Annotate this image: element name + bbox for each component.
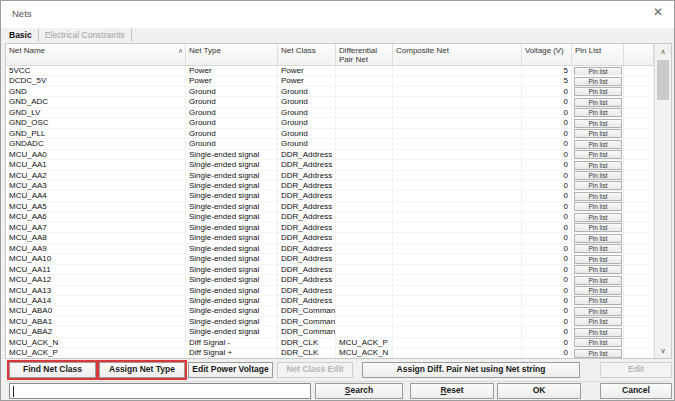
window-title: Nets	[12, 8, 32, 19]
cell-diff-pair-net: MCU_ACK_P	[336, 338, 393, 347]
cell-net-class: DDR_Address	[278, 265, 336, 274]
edit-power-voltage-button[interactable]: Edit Power Voltage	[188, 362, 273, 378]
cell-pin-list: Pin list	[572, 254, 624, 263]
table-row[interactable]: MCU_AA4Single-ended signalDDR_Address0Pi…	[6, 191, 654, 201]
assign-diff-pair-net-button[interactable]: Assign Diff. Pair Net using Net string	[362, 362, 580, 378]
cell-pin-list: Pin list	[572, 233, 624, 242]
pin-list-button[interactable]: Pin list	[574, 192, 622, 201]
pin-list-button[interactable]: Pin list	[574, 296, 622, 305]
column-header-net-name[interactable]: Net Name ∧	[6, 44, 186, 65]
pin-list-button[interactable]: Pin list	[574, 119, 622, 128]
cell-voltage: 0	[522, 171, 572, 180]
pin-list-button[interactable]: Pin list	[574, 171, 622, 180]
pin-list-button[interactable]: Pin list	[574, 223, 622, 232]
cell-spacer	[624, 212, 654, 221]
table-row[interactable]: GND_OSCGroundGround0Pin list	[6, 118, 654, 128]
vertical-scrollbar[interactable]: ∧ ∨	[654, 44, 671, 358]
table-row[interactable]: MCU_AA0Single-ended signalDDR_Address0Pi…	[6, 150, 654, 160]
reset-button[interactable]: Reset	[410, 383, 494, 399]
cell-net-class: DDR_CLK	[278, 348, 336, 357]
pin-list-button[interactable]: Pin list	[574, 265, 622, 274]
table-row[interactable]: GND_PLLGroundGround0Pin list	[6, 129, 654, 139]
cell-net-class: Ground	[278, 139, 336, 148]
pin-list-button[interactable]: Pin list	[574, 98, 622, 107]
pin-list-button[interactable]: Pin list	[574, 87, 622, 96]
column-header-voltage[interactable]: Voltage (V)	[522, 44, 572, 65]
table-row[interactable]: MCU_ABA2Single-ended signalDDR_Command0P…	[6, 327, 654, 337]
table-row[interactable]: MCU_ABA0Single-ended signalDDR_Command0P…	[6, 306, 654, 316]
column-header-net-class[interactable]: Net Class	[278, 44, 336, 65]
column-header-diff-pair-net[interactable]: Differential Pair Net	[336, 44, 393, 65]
cell-composite-net	[393, 286, 522, 295]
pin-list-button[interactable]: Pin list	[574, 307, 622, 316]
table-row[interactable]: MCU_AA9Single-ended signalDDR_Address0Pi…	[6, 244, 654, 254]
scrollbar-thumb[interactable]	[657, 60, 669, 100]
tab-basic[interactable]: Basic	[9, 29, 39, 42]
table-row[interactable]: MCU_AA3Single-ended signalDDR_Address0Pi…	[6, 181, 654, 191]
find-net-class-button[interactable]: Find Net Class	[9, 362, 96, 378]
cell-composite-net	[393, 129, 522, 138]
table-row[interactable]: GND_LVGroundGround0Pin list	[6, 108, 654, 118]
cell-net-name: DCDC_5V	[6, 76, 186, 85]
table-row[interactable]: MCU_AA11Single-ended signalDDR_Address0P…	[6, 265, 654, 275]
table-row[interactable]: DCDC_5VPowerPower5Pin list	[6, 76, 654, 86]
table-row[interactable]: MCU_ACK_NDiff Signal -DDR_CLKMCU_ACK_P0P…	[6, 338, 654, 348]
table-row[interactable]: MCU_AA13Single-ended signalDDR_Address0P…	[6, 286, 654, 296]
scrollbar-up-icon[interactable]: ∧	[655, 44, 671, 59]
column-header-net-type[interactable]: Net Type	[186, 44, 278, 65]
table-row[interactable]: GNDGroundGround0Pin list	[6, 87, 654, 97]
pin-list-button[interactable]: Pin list	[574, 317, 622, 326]
pin-list-button[interactable]: Pin list	[574, 77, 622, 86]
pin-list-button[interactable]: Pin list	[574, 150, 622, 159]
table-row[interactable]: MCU_AA12Single-ended signalDDR_Address0P…	[6, 275, 654, 285]
cell-pin-list: Pin list	[572, 338, 624, 347]
net-class-edit-button: Net Class Edit	[277, 362, 353, 378]
edit-button: Edit	[600, 362, 672, 378]
cell-spacer	[624, 317, 654, 326]
pin-list-button[interactable]: Pin list	[574, 244, 622, 253]
table-row[interactable]: MCU_AA14Single-ended signalDDR_Address0P…	[6, 296, 654, 306]
pin-list-button[interactable]: Pin list	[574, 108, 622, 117]
table-row[interactable]: GND_ADCGroundGround0Pin list	[6, 97, 654, 107]
column-header-pin-list[interactable]: Pin List	[572, 44, 624, 65]
table-row[interactable]: MCU_AA6Single-ended signalDDR_Address0Pi…	[6, 212, 654, 222]
pin-list-button[interactable]: Pin list	[574, 161, 622, 170]
table-row[interactable]: MCU_AA5Single-ended signalDDR_Address0Pi…	[6, 202, 654, 212]
table-row[interactable]: MCU_AA8Single-ended signalDDR_Address0Pi…	[6, 233, 654, 243]
table-row[interactable]: GNDADCGroundGround0Pin list	[6, 139, 654, 149]
table-row[interactable]: 5VCCPowerPower5Pin list	[6, 66, 654, 76]
pin-list-button[interactable]: Pin list	[574, 140, 622, 149]
ok-button[interactable]: OK	[497, 383, 581, 399]
cell-diff-pair-net	[336, 296, 393, 305]
search-button[interactable]: Search	[315, 383, 403, 399]
scrollbar-down-icon[interactable]: ∨	[655, 343, 671, 358]
cancel-button[interactable]: Cancel	[600, 383, 672, 399]
cell-net-class: DDR_Address	[278, 160, 336, 169]
cell-pin-list: Pin list	[572, 265, 624, 274]
pin-list-button[interactable]: Pin list	[574, 181, 622, 190]
table-row[interactable]: MCU_AA7Single-ended signalDDR_Address0Pi…	[6, 223, 654, 233]
pin-list-button[interactable]: Pin list	[574, 67, 622, 76]
pin-list-button[interactable]: Pin list	[574, 338, 622, 347]
cell-net-name: 5VCC	[6, 66, 186, 75]
table-row[interactable]: MCU_AA2Single-ended signalDDR_Address0Pi…	[6, 171, 654, 181]
close-icon[interactable]: ✕	[653, 6, 663, 18]
assign-net-type-button[interactable]: Assign Net Type	[99, 362, 185, 378]
pin-list-button[interactable]: Pin list	[574, 202, 622, 211]
pin-list-button[interactable]: Pin list	[574, 276, 622, 285]
pin-list-button[interactable]: Pin list	[574, 349, 622, 358]
search-input[interactable]	[9, 383, 311, 399]
cell-spacer	[624, 265, 654, 274]
pin-list-button[interactable]: Pin list	[574, 255, 622, 264]
table-row[interactable]: MCU_ACK_PDiff Signal +DDR_CLKMCU_ACK_N0P…	[6, 348, 654, 358]
pin-list-button[interactable]: Pin list	[574, 234, 622, 243]
pin-list-button[interactable]: Pin list	[574, 328, 622, 337]
tab-electrical-constraints[interactable]: Electrical Constraints	[45, 29, 132, 42]
table-row[interactable]: MCU_AA10Single-ended signalDDR_Address0P…	[6, 254, 654, 264]
pin-list-button[interactable]: Pin list	[574, 213, 622, 222]
pin-list-button[interactable]: Pin list	[574, 286, 622, 295]
table-row[interactable]: MCU_ABA1Single-ended signalDDR_Command0P…	[6, 317, 654, 327]
column-header-composite-net[interactable]: Composite Net	[393, 44, 522, 65]
pin-list-button[interactable]: Pin list	[574, 129, 622, 138]
table-row[interactable]: MCU_AA1Single-ended signalDDR_Address0Pi…	[6, 160, 654, 170]
